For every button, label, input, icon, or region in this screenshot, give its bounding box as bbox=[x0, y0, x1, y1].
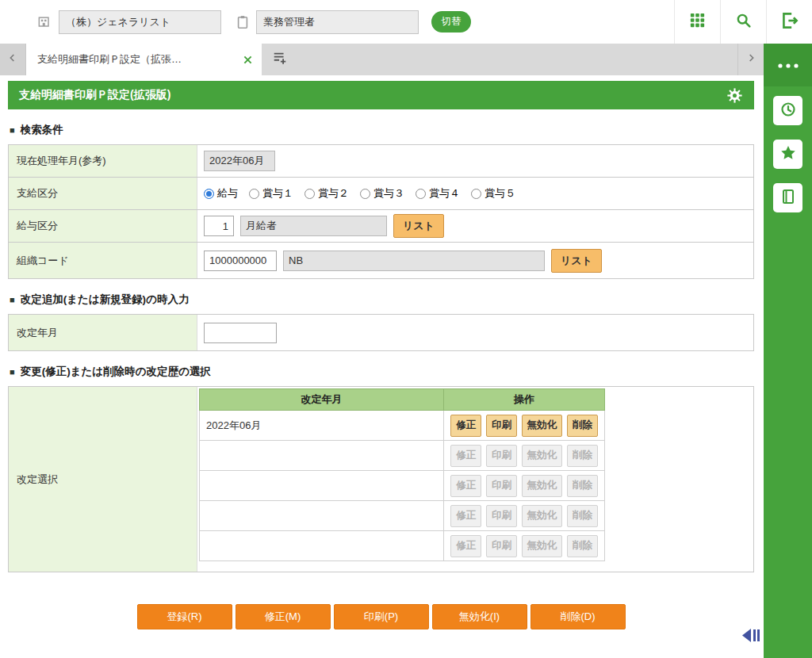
print-button: 印刷 bbox=[486, 445, 517, 467]
pay-type-label: 支給区分 bbox=[9, 178, 197, 209]
disable-button: 無効化 bbox=[522, 505, 563, 527]
radio-bonus-1[interactable]: 賞与１ bbox=[249, 186, 293, 201]
radio-icon bbox=[360, 189, 370, 199]
delete-button: 削除 bbox=[567, 475, 598, 497]
ellipsis-icon bbox=[777, 58, 799, 72]
footer-actions: 登録(R) 修正(M) 印刷(P) 無効化(I) 削除(D) bbox=[8, 604, 754, 629]
role-input[interactable] bbox=[256, 10, 419, 34]
revise-button: 修正 bbox=[450, 445, 481, 467]
switch-button[interactable]: 切替 bbox=[431, 11, 471, 33]
radio-bonus-5[interactable]: 賞与５ bbox=[471, 186, 515, 201]
disable-footer-button[interactable]: 無効化(I) bbox=[432, 604, 527, 629]
print-footer-button[interactable]: 印刷(P) bbox=[334, 604, 429, 629]
salary-type-label: 給与区分 bbox=[9, 210, 197, 242]
apps-grid-button[interactable] bbox=[674, 0, 720, 44]
print-button: 印刷 bbox=[486, 475, 517, 497]
table-row: 修正 印刷 無効化 削除 bbox=[200, 531, 605, 561]
radio-label: 賞与１ bbox=[262, 186, 293, 201]
salary-type-list-button[interactable]: リスト bbox=[393, 214, 444, 238]
disable-button[interactable]: 無効化 bbox=[522, 415, 563, 437]
table-row: 修正 印刷 無効化 削除 bbox=[200, 441, 605, 471]
radio-label: 賞与２ bbox=[318, 186, 349, 201]
revision-add-form: 改定年月 bbox=[8, 314, 754, 351]
row-revision-month: 改定年月 bbox=[9, 315, 753, 350]
section-marker: ■ bbox=[10, 125, 15, 135]
current-month-label: 現在処理年月(参考) bbox=[9, 145, 197, 177]
revision-select-label: 改定選択 bbox=[9, 387, 197, 572]
tab-scroll-left-button[interactable] bbox=[0, 44, 26, 75]
section-revision-add-title: 改定追加(または新規登録)の時入力 bbox=[21, 293, 190, 307]
logout-icon bbox=[779, 10, 800, 34]
search-form: 現在処理年月(参考) 支給区分 給与 賞与１ 賞与２ 賞与３ bbox=[8, 144, 754, 279]
logout-button[interactable] bbox=[766, 0, 812, 44]
section-revision-select: ■ 変更(修正)または削除時の改定歴の選択 bbox=[10, 365, 754, 379]
pay-type-radio-group: 給与 賞与１ 賞与２ 賞与３ 賞与４ 賞与５ bbox=[204, 186, 515, 201]
sidebar-more-button[interactable] bbox=[764, 44, 812, 86]
book-icon bbox=[779, 187, 798, 209]
revision-month-field[interactable] bbox=[204, 323, 277, 343]
history-clock-icon bbox=[779, 100, 798, 122]
page-title: 支給明細書印刷Ｐ設定(拡張版) bbox=[19, 88, 726, 102]
row-salary-type: 給与区分 リスト bbox=[9, 210, 753, 243]
manual-button[interactable] bbox=[773, 183, 802, 212]
revision-month-cell: 2022年06月 bbox=[200, 411, 444, 441]
column-header-revision-month: 改定年月 bbox=[200, 389, 444, 411]
radio-bonus-2[interactable]: 賞与２ bbox=[304, 186, 349, 201]
org-name-field[interactable] bbox=[283, 251, 545, 271]
table-header-row: 改定年月 操作 bbox=[200, 389, 605, 411]
radio-icon bbox=[416, 189, 426, 199]
company-input[interactable] bbox=[59, 10, 221, 34]
section-revision-select-title: 変更(修正)または削除時の改定歴の選択 bbox=[21, 365, 211, 379]
radio-label: 賞与４ bbox=[429, 186, 460, 201]
star-icon bbox=[779, 143, 798, 166]
chevron-left-icon bbox=[6, 52, 19, 67]
search-icon bbox=[735, 12, 753, 33]
search-button[interactable] bbox=[720, 0, 766, 44]
tab-payslip-print-settings[interactable]: 支給明細書印刷Ｐ設定（拡張… bbox=[26, 44, 262, 75]
revise-button: 修正 bbox=[450, 475, 481, 497]
salary-type-code-field[interactable] bbox=[204, 216, 234, 236]
table-row: 修正 印刷 無効化 削除 bbox=[200, 501, 605, 531]
main-content: 支給明細書印刷Ｐ設定(拡張版) bbox=[0, 75, 764, 658]
new-tab-button[interactable] bbox=[262, 44, 298, 75]
radio-icon bbox=[249, 189, 259, 199]
section-marker: ■ bbox=[10, 295, 15, 304]
revise-button[interactable]: 修正 bbox=[450, 415, 481, 437]
disable-button: 無効化 bbox=[522, 535, 563, 557]
delete-button: 削除 bbox=[567, 445, 598, 467]
org-code-field[interactable] bbox=[204, 251, 277, 271]
radio-bonus-4[interactable]: 賞与４ bbox=[416, 186, 460, 201]
radio-icon bbox=[304, 189, 315, 199]
radio-pay-salary[interactable]: 給与 bbox=[204, 186, 238, 201]
radio-bonus-3[interactable]: 賞与３ bbox=[360, 186, 404, 201]
history-button[interactable] bbox=[773, 96, 802, 125]
delete-button: 削除 bbox=[567, 505, 598, 527]
current-month-field[interactable] bbox=[204, 151, 275, 171]
rewind-arrow-icon bbox=[741, 633, 762, 646]
salary-type-name-field[interactable] bbox=[240, 216, 387, 236]
revision-history-table: 改定年月 操作 2022年06月 修正 印刷 無効化 削除 bbox=[199, 388, 605, 561]
delete-button[interactable]: 削除 bbox=[567, 415, 598, 437]
radio-label: 賞与３ bbox=[373, 186, 404, 201]
row-pay-type: 支給区分 給与 賞与１ 賞与２ 賞与３ 賞与４ 賞与５ bbox=[9, 178, 753, 210]
favorites-button[interactable] bbox=[773, 140, 802, 169]
tab-close-icon[interactable] bbox=[242, 54, 254, 66]
print-button[interactable]: 印刷 bbox=[486, 415, 517, 437]
register-button[interactable]: 登録(R) bbox=[137, 604, 232, 629]
print-button: 印刷 bbox=[486, 535, 517, 557]
revise-button: 修正 bbox=[450, 505, 481, 527]
disable-button: 無効化 bbox=[522, 475, 563, 497]
tab-scroll-right-button[interactable] bbox=[737, 44, 764, 75]
new-tab-icon bbox=[271, 50, 289, 69]
delete-footer-button[interactable]: 削除(D) bbox=[530, 604, 626, 629]
org-list-button[interactable]: リスト bbox=[551, 249, 602, 273]
row-current-month: 現在処理年月(参考) bbox=[9, 145, 753, 178]
radio-selected-icon bbox=[204, 189, 214, 199]
table-row: 2022年06月 修正 印刷 無効化 削除 bbox=[200, 411, 605, 441]
radio-label: 賞与５ bbox=[485, 186, 515, 201]
grid-icon bbox=[688, 11, 707, 33]
revision-month-cell bbox=[200, 531, 444, 561]
modify-button[interactable]: 修正(M) bbox=[236, 604, 331, 629]
collapse-panel-button[interactable] bbox=[741, 627, 762, 647]
settings-button[interactable] bbox=[726, 87, 743, 104]
